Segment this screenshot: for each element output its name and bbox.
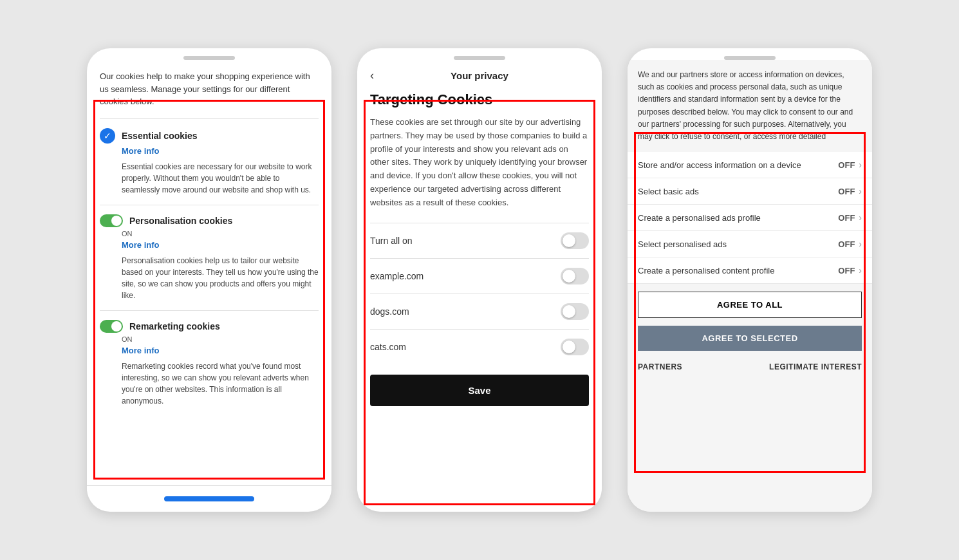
- toggle-label-0: Turn all on: [370, 236, 413, 246]
- consent-right-0[interactable]: OFF ›: [838, 160, 862, 170]
- phone1-intro: Our cookies help to make your shopping e…: [100, 70, 319, 108]
- essential-header: ✓ Essential cookies: [100, 128, 319, 144]
- phone3-footer: PARTNERS LEGITIMATE INTEREST: [628, 356, 872, 378]
- chevron-icon-2: ›: [859, 212, 862, 223]
- toggle-cats[interactable]: [561, 339, 589, 355]
- chevron-icon-4: ›: [859, 265, 862, 275]
- agree-selected-button[interactable]: AGREE TO SELECTED: [638, 326, 862, 351]
- consent-right-1[interactable]: OFF ›: [838, 186, 862, 196]
- consent-label-0: Store and/or access information on a dev…: [638, 160, 838, 170]
- phone-1: Our cookies help to make your shopping e…: [87, 48, 331, 512]
- chevron-icon-3: ›: [859, 239, 862, 249]
- consent-status-4: OFF: [838, 266, 855, 275]
- phone2-content: ‹ Your privacy Targeting Cookies These c…: [357, 60, 602, 512]
- toggle-row-1: example.com: [370, 258, 589, 294]
- essential-more-info[interactable]: More info: [122, 146, 319, 156]
- phone-3: We and our partners store or access info…: [628, 48, 872, 512]
- footer-partners[interactable]: PARTNERS: [638, 362, 682, 371]
- personalisation-desc: Personalisation cookies help us to tailo…: [122, 255, 319, 301]
- check-icon: ✓: [100, 128, 115, 144]
- essential-section: ✓ Essential cookies More info Essential …: [100, 118, 319, 205]
- consent-label-4: Create a personalised content profile: [638, 266, 838, 275]
- phone2-header-title: Your privacy: [451, 70, 508, 81]
- consent-row-2: Create a personalised ads profile OFF ›: [628, 205, 872, 231]
- phone-2: ‹ Your privacy Targeting Cookies These c…: [357, 48, 602, 512]
- consent-label-2: Create a personalised ads profile: [638, 213, 838, 223]
- personalisation-on-label: ON: [122, 230, 319, 238]
- privacy-desc: We and our partners store or access info…: [638, 69, 862, 143]
- remarketing-on-label: ON: [122, 335, 319, 343]
- chevron-icon-1: ›: [859, 186, 862, 196]
- consent-list: Store and/or access information on a dev…: [628, 152, 872, 284]
- personalisation-section: Personalisation cookies ON More info Per…: [100, 205, 319, 310]
- chevron-icon-0: ›: [859, 160, 862, 170]
- personalisation-more-info[interactable]: More info: [122, 240, 319, 250]
- toggle-label-2: dogs.com: [370, 306, 409, 317]
- toggle-row-2: dogs.com: [370, 294, 589, 329]
- personalisation-title: Personalisation cookies: [129, 216, 232, 226]
- consent-row-1: Select basic ads OFF ›: [628, 178, 872, 205]
- remarketing-desc: Remarketing cookies record what you've f…: [122, 360, 319, 407]
- consent-row-0: Store and/or access information on a dev…: [628, 152, 872, 178]
- toggle-label-1: example.com: [370, 271, 424, 281]
- essential-title: Essential cookies: [122, 131, 198, 141]
- phone1-content: Our cookies help to make your shopping e…: [87, 60, 331, 485]
- toggle-row-3: cats.com: [370, 329, 589, 364]
- agree-all-button[interactable]: AGREE TO ALL: [638, 292, 862, 318]
- phone2-header: ‹ Your privacy: [370, 70, 589, 81]
- blue-bar: [164, 496, 254, 501]
- back-arrow-icon[interactable]: ‹: [370, 69, 374, 82]
- toggle-example[interactable]: [561, 268, 589, 285]
- consent-row-3: Select personalised ads OFF ›: [628, 231, 872, 257]
- personalisation-header: Personalisation cookies: [100, 214, 319, 227]
- remarketing-section: Remarketing cookies ON More info Remarke…: [100, 310, 319, 416]
- consent-status-3: OFF: [838, 239, 855, 249]
- consent-right-4[interactable]: OFF ›: [838, 265, 862, 275]
- consent-status-1: OFF: [838, 187, 855, 196]
- consent-right-3[interactable]: OFF ›: [838, 239, 862, 249]
- toggle-dogs[interactable]: [561, 303, 589, 320]
- consent-row-4: Create a personalised content profile OF…: [628, 257, 872, 284]
- phone1-footer: [87, 485, 331, 512]
- targeting-title: Targeting Cookies: [370, 91, 589, 108]
- remarketing-more-info[interactable]: More info: [122, 346, 319, 355]
- targeting-desc: These cookies are set through our site b…: [370, 116, 589, 210]
- consent-right-2[interactable]: OFF ›: [838, 212, 862, 223]
- toggle-all-on[interactable]: [561, 232, 589, 249]
- remarketing-title: Remarketing cookies: [129, 321, 220, 331]
- personalisation-toggle[interactable]: [100, 214, 123, 227]
- save-button[interactable]: Save: [370, 375, 589, 406]
- toggle-row-0: Turn all on: [370, 223, 589, 258]
- remarketing-header: Remarketing cookies: [100, 320, 319, 333]
- essential-desc: Essential cookies are necessary for our …: [122, 161, 319, 196]
- consent-status-2: OFF: [838, 213, 855, 223]
- footer-legitimate-interest[interactable]: LEGITIMATE INTEREST: [769, 362, 862, 371]
- phone3-content: We and our partners store or access info…: [628, 60, 872, 512]
- consent-label-1: Select basic ads: [638, 187, 838, 196]
- toggle-label-3: cats.com: [370, 342, 406, 352]
- consent-label-3: Select personalised ads: [638, 239, 838, 249]
- consent-status-0: OFF: [838, 160, 855, 170]
- remarketing-toggle[interactable]: [100, 320, 123, 333]
- phone3-top: We and our partners store or access info…: [628, 60, 872, 152]
